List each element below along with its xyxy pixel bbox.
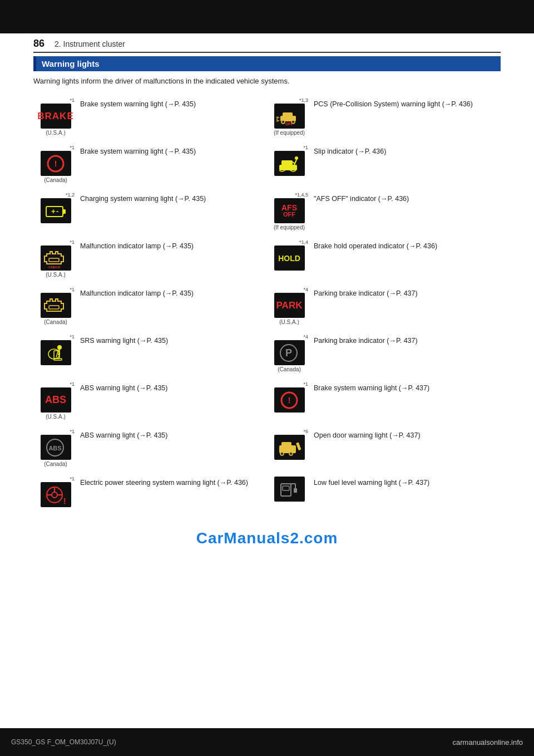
warning-text-afs: "AFS OFF" indicator (→P. 436) xyxy=(314,192,497,204)
icon-label-afs: (If equipped) xyxy=(274,224,305,230)
warning-item-afs: *1,4,5 AFS OFF (If equipped) "AFS OFF" i… xyxy=(267,188,501,235)
warning-grid: *1 BRAKE (U.S.A.) Brake system warning l… xyxy=(33,93,501,513)
icon-box-abs-usa: ABS xyxy=(41,387,71,413)
svg-line-11 xyxy=(293,162,295,164)
warning-text-brake-warn2: Brake system warning light (→P. 437) xyxy=(314,381,497,394)
icon-area-steering: *1 ! xyxy=(37,476,75,508)
icon-box-mal-usa: CHECK xyxy=(41,246,71,271)
content-area: 86 2. Instrument cluster Warning lights … xyxy=(0,33,534,728)
srs-icon-svg xyxy=(43,342,68,364)
page-section-title: 2. Instrument cluster xyxy=(55,40,125,48)
slip-icon-svg xyxy=(276,153,302,175)
icon-box-abs-canada: ABS xyxy=(41,435,71,460)
warning-text-slip: Slip indicator (→P. 436) xyxy=(314,145,497,157)
warning-text-hold: Brake hold operated indicator (→P. 436) xyxy=(314,239,497,252)
page-header: 86 2. Instrument cluster xyxy=(33,33,501,53)
warning-text-mal-canada: Malfunction indicator lamp (→P. 435) xyxy=(80,287,264,299)
abs-canada-svg: ABS xyxy=(43,436,68,459)
icon-label-brake-usa: (U.S.A.) xyxy=(46,130,66,136)
icon-area-charge: *1,2 + - xyxy=(37,192,75,224)
icon-label-mal-canada: (Canada) xyxy=(44,319,67,325)
svg-rect-19 xyxy=(49,306,59,309)
icon-box-brake-warn2: ! xyxy=(274,387,305,413)
svg-point-38 xyxy=(52,492,57,498)
watermark-text: CarManuals2.com xyxy=(196,529,338,547)
icon-box-brake-canada: ! xyxy=(41,151,71,176)
svg-text:ABS: ABS xyxy=(48,445,61,451)
superscript-charge: *1,2 xyxy=(66,192,75,198)
icon-label-abs-canada: (Canada) xyxy=(44,461,67,467)
icon-area-door: *6 xyxy=(270,429,308,461)
warning-text-door: Open door warning light (→P. 437) xyxy=(314,429,497,441)
hold-text: HOLD xyxy=(278,254,300,263)
icon-area-abs-canada: *1 ABS (Canada) xyxy=(37,429,75,467)
icon-area-slip: *1 xyxy=(270,145,308,177)
icon-label-brake-canada: (Canada) xyxy=(44,177,67,183)
section-header: Warning lights xyxy=(33,56,501,71)
icon-area-srs: *1 xyxy=(37,334,75,366)
warning-text-brake-usa: Brake system warning light (→P. 435) xyxy=(80,97,264,110)
icon-label-park-usa: (U.S.A.) xyxy=(279,319,299,325)
check-engine-canada-svg xyxy=(42,294,69,317)
icon-box-hold: HOLD xyxy=(274,246,305,271)
svg-point-2 xyxy=(281,120,285,124)
warning-item-brake-canada: *1 ! (Canada) Brake system warning light… xyxy=(33,140,267,188)
svg-text:!: ! xyxy=(55,159,57,168)
icon-area-brake-usa: *1 BRAKE (U.S.A.) xyxy=(37,97,75,136)
warning-item-abs-usa: *1 ABS (U.S.A.) ABS warning light (→P. 4… xyxy=(33,377,267,424)
svg-point-20 xyxy=(57,345,62,350)
icon-box-park-usa: PARK xyxy=(274,293,305,318)
warning-item-slip: *1 xyxy=(267,140,501,188)
warning-text-fuel: Low fuel level warning light (→P. 437) xyxy=(314,476,497,488)
top-bar xyxy=(0,0,534,33)
warning-item-mal-usa: *1 CHECK (U.S.A.) Malfunction indicator … xyxy=(33,235,267,282)
superscript-brake-usa: *1 xyxy=(70,97,75,103)
svg-rect-33 xyxy=(281,442,291,446)
warning-item-hold: *1,4 HOLD Brake hold operated indicator … xyxy=(267,235,501,282)
icon-box-charge: + - xyxy=(41,198,71,223)
icon-area-pcs: *1,3 OFF xyxy=(270,97,308,136)
svg-rect-1 xyxy=(283,112,293,117)
warning-item-charge: *1,2 + - Charging system warning lig xyxy=(33,188,267,235)
superscript-abs-usa: *1 xyxy=(70,381,75,387)
icon-area-afs: *1,4,5 AFS OFF (If equipped) xyxy=(270,192,308,230)
superscript-slip: *1 xyxy=(303,145,308,150)
page-outer: 86 2. Instrument cluster Warning lights … xyxy=(0,0,534,756)
svg-text:CHECK: CHECK xyxy=(48,266,61,269)
svg-rect-36 xyxy=(296,442,301,450)
bottom-text: GS350_GS F_OM_OM30J07U_(U) xyxy=(11,738,116,746)
warning-text-brake-canada: Brake system warning light (→P. 435) xyxy=(80,145,264,157)
superscript-mal-usa: *1 xyxy=(70,239,75,245)
warning-item-brake-warn2: *1 ! Brake system warning light (→P. 437… xyxy=(267,377,501,424)
off-text: OFF xyxy=(283,212,295,218)
icon-area-brake-warn2: *1 ! xyxy=(270,381,308,414)
check-engine-svg: CHECK xyxy=(42,247,69,269)
svg-rect-44 xyxy=(283,486,289,490)
warning-item-park-usa: *4 PARK (U.S.A.) Parking brake indicator… xyxy=(267,282,501,330)
svg-text:+: + xyxy=(51,207,56,215)
warning-text-charge: Charging system warning light (→P. 435) xyxy=(80,192,264,204)
section-title: Warning lights xyxy=(42,59,100,68)
icon-box-fuel xyxy=(274,477,305,502)
icon-label-mal-usa: (U.S.A.) xyxy=(46,272,66,278)
svg-text:-: - xyxy=(56,207,58,215)
brake-canada-svg: ! xyxy=(44,153,67,174)
park-circle-svg: P xyxy=(276,342,302,364)
icon-box-afs: AFS OFF xyxy=(274,198,305,223)
brake-text-icon: BRAKE xyxy=(37,111,73,122)
icon-area-mal-usa: *1 CHECK (U.S.A.) xyxy=(37,239,75,278)
svg-point-9 xyxy=(295,156,298,160)
icon-box-srs xyxy=(41,340,71,365)
icon-label-abs-usa: (U.S.A.) xyxy=(46,414,66,420)
superscript-srs: *1 xyxy=(70,334,75,340)
bottom-bar: GS350_GS F_OM_OM30J07U_(U) carmanualsonl… xyxy=(0,728,534,756)
svg-text:P: P xyxy=(285,347,292,359)
warning-text-abs-usa: ABS warning light (→P. 435) xyxy=(80,381,264,394)
section-intro: Warning lights inform the driver of malf… xyxy=(33,77,501,85)
warning-text-pcs: PCS (Pre-Collision System) warning light… xyxy=(314,97,497,110)
warning-item-fuel: Low fuel level warning light (→P. 437) xyxy=(267,472,501,513)
svg-rect-8 xyxy=(281,160,293,165)
abs-text: ABS xyxy=(45,394,66,406)
warning-item-park-canada: *4 P (Canada) Parking brake indicator (→… xyxy=(267,330,501,377)
icon-box-steering: ! xyxy=(41,482,71,507)
